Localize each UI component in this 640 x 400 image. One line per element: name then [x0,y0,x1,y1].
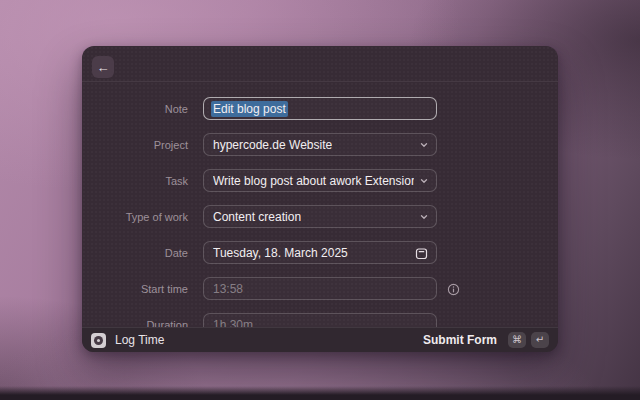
type-of-work-value: Content creation [213,210,301,224]
task-label: Task [82,174,188,187]
field-row-date: Date Tuesday, 18. March 2025 [82,241,558,264]
raycast-window: ← Note Edit blog post Project hypercode.… [82,46,558,352]
field-row-task: Task Write blog post about awork Extensi… [82,169,558,192]
start-time-label: Start time [82,282,188,295]
return-key-icon: ↵ [531,332,549,348]
log-time-form: Note Edit blog post Project hypercode.de… [82,83,558,352]
date-value: Tuesday, 18. March 2025 [213,246,348,260]
project-dropdown[interactable]: hypercode.de Website [203,133,437,156]
field-row-type-of-work: Type of work Content creation [82,205,558,228]
field-row-note: Note Edit blog post [82,97,558,120]
calendar-icon[interactable] [415,246,428,259]
task-dropdown[interactable]: Write blog post about awork Extension fo… [203,169,437,192]
task-value: Write blog post about awork Extension fo… [213,174,414,188]
note-value: Edit blog post [211,101,288,117]
chevron-down-icon [420,213,428,221]
date-picker[interactable]: Tuesday, 18. March 2025 [203,241,437,264]
desktop-bottom-edge [0,386,640,400]
note-input[interactable]: Edit blog post [203,97,437,120]
submit-action[interactable]: Submit Form ⌘ ↵ [423,332,549,348]
project-label: Project [82,138,188,151]
field-row-start-time: Start time 13:58 [82,277,558,300]
back-button[interactable]: ← [92,56,114,78]
type-of-work-dropdown[interactable]: Content creation [203,205,437,228]
chevron-down-icon [420,177,428,185]
submit-form-label: Submit Form [423,333,497,347]
chevron-down-icon [420,141,428,149]
date-label: Date [82,246,188,259]
awork-logo-icon [91,333,106,348]
note-label: Note [82,102,188,115]
action-bar: Log Time Submit Form ⌘ ↵ [82,327,558,352]
field-row-project: Project hypercode.de Website [82,133,558,156]
info-icon[interactable] [447,282,460,295]
back-arrow-icon: ← [97,61,110,74]
start-time-input[interactable]: 13:58 [203,277,437,300]
window-header: ← [82,46,558,82]
start-time-value: 13:58 [213,282,243,296]
project-value: hypercode.de Website [213,138,332,152]
cmd-key-icon: ⌘ [508,332,526,348]
type-of-work-label: Type of work [82,210,188,223]
command-title: Log Time [115,333,164,347]
